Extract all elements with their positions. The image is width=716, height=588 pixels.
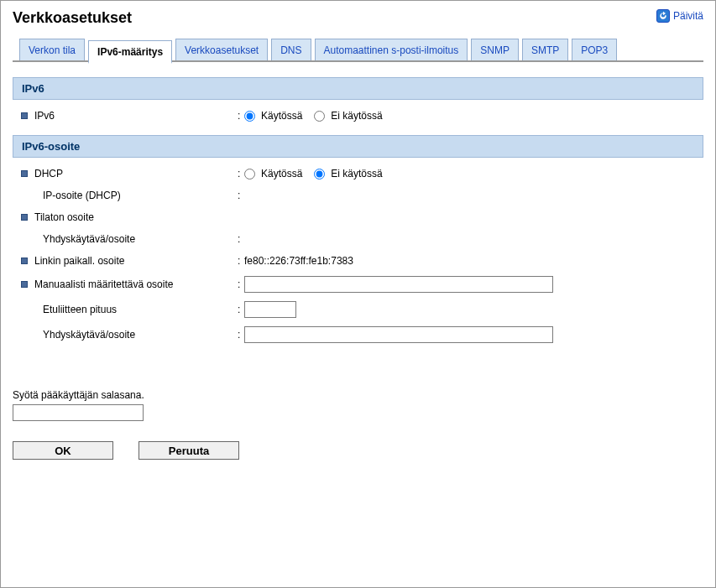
label-ipv6: IPv6 bbox=[34, 110, 55, 122]
bullet-icon bbox=[21, 258, 28, 264]
label-manual: Manuaalisti määritettävä osoite bbox=[34, 278, 173, 290]
radio-disabled-label: Ei käytössä bbox=[331, 168, 382, 180]
radio-enabled-label: Käytössä bbox=[261, 168, 302, 180]
radio-disabled-label: Ei käytössä bbox=[331, 110, 382, 122]
tab-dns[interactable]: DNS bbox=[271, 39, 311, 60]
cancel-button[interactable]: Peruuta bbox=[138, 441, 239, 460]
label-prefix: Etuliitteen pituus bbox=[43, 304, 117, 315]
section-header-ipv6: IPv6 bbox=[13, 77, 703, 100]
input-manual-address[interactable] bbox=[244, 276, 553, 293]
label-dhcp: DHCP bbox=[34, 168, 63, 180]
radio-dhcp-enabled-input[interactable] bbox=[244, 169, 255, 180]
page-title: Verkkoasetukset bbox=[13, 9, 132, 27]
radio-dhcp-disabled[interactable]: Ei käytössä bbox=[314, 168, 382, 180]
section-header-ipv6-address: IPv6-osoite bbox=[13, 135, 703, 158]
admin-password-input[interactable] bbox=[13, 404, 144, 421]
tab-snmp[interactable]: SNMP bbox=[471, 39, 519, 60]
bullet-icon bbox=[21, 281, 28, 288]
radio-dhcp-disabled-input[interactable] bbox=[314, 169, 325, 180]
bullet-icon bbox=[21, 214, 28, 221]
tab-bar: Verkon tila IPv6-määritys Verkkoasetukse… bbox=[13, 39, 703, 62]
radio-ipv6-disabled-input[interactable] bbox=[314, 111, 325, 122]
refresh-link[interactable]: Päivitä bbox=[656, 9, 703, 23]
label-link-local: Linkin paikall. osoite bbox=[34, 255, 124, 267]
colon: : bbox=[238, 278, 244, 290]
refresh-label: Päivitä bbox=[673, 10, 703, 22]
password-prompt: Syötä pääkäyttäjän salasana. bbox=[13, 389, 703, 401]
bullet-icon bbox=[21, 170, 28, 177]
colon: : bbox=[238, 233, 244, 245]
label-gateway2: Yhdyskäytävä/osoite bbox=[43, 329, 135, 341]
input-prefix-length[interactable] bbox=[244, 301, 296, 318]
tab-smtp[interactable]: SMTP bbox=[522, 39, 568, 60]
label-stateless: Tilaton osoite bbox=[34, 211, 94, 223]
tab-verkon-tila[interactable]: Verkon tila bbox=[19, 39, 85, 60]
input-gateway-address[interactable] bbox=[244, 326, 553, 343]
value-link-local: fe80::226:73ff:fe1b:7383 bbox=[244, 255, 353, 267]
radio-ipv6-disabled[interactable]: Ei käytössä bbox=[314, 110, 382, 122]
tab-verkkoasetukset[interactable]: Verkkoasetukset bbox=[175, 39, 268, 60]
colon: : bbox=[238, 329, 244, 341]
label-ip-dhcp: IP-osoite (DHCP) bbox=[43, 190, 121, 201]
tab-ipv6-maaritys[interactable]: IPv6-määritys bbox=[88, 40, 172, 64]
colon: : bbox=[238, 255, 244, 267]
radio-ipv6-enabled-input[interactable] bbox=[244, 111, 255, 122]
colon: : bbox=[238, 190, 244, 201]
tab-pop3[interactable]: POP3 bbox=[572, 39, 617, 60]
colon: : bbox=[238, 304, 244, 315]
refresh-icon bbox=[656, 9, 670, 23]
bullet-icon bbox=[21, 112, 28, 119]
label-gateway-addr: Yhdyskäytävä/osoite bbox=[43, 233, 135, 245]
colon: : bbox=[238, 110, 244, 122]
colon: : bbox=[238, 168, 244, 180]
tab-auto-mail[interactable]: Automaattinen s-posti-ilmoitus bbox=[315, 39, 468, 60]
radio-dhcp-enabled[interactable]: Käytössä bbox=[244, 168, 302, 180]
ok-button[interactable]: OK bbox=[13, 441, 113, 460]
radio-ipv6-enabled[interactable]: Käytössä bbox=[244, 110, 302, 122]
radio-enabled-label: Käytössä bbox=[261, 110, 302, 122]
